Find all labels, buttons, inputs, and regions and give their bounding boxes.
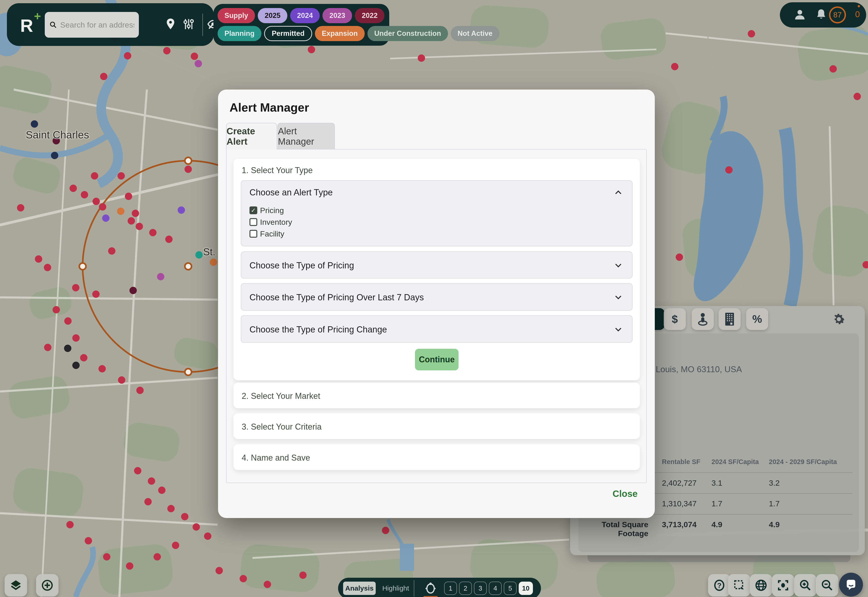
radius-button-1[interactable]: 1 <box>444 582 457 595</box>
facility-dot[interactable] <box>125 193 132 200</box>
radius-button-5[interactable]: 5 <box>504 582 517 595</box>
building-icon[interactable] <box>718 308 741 330</box>
facility-dot[interactable] <box>44 344 52 351</box>
facility-dot[interactable] <box>51 152 58 159</box>
facility-dot[interactable] <box>195 60 202 67</box>
facility-dot[interactable] <box>127 217 135 224</box>
facility-dot[interactable] <box>53 306 60 313</box>
facility-dot[interactable] <box>163 47 170 54</box>
facility-dot[interactable] <box>98 365 106 373</box>
filter-pill-under-construction[interactable]: Under Construction <box>367 26 448 41</box>
facility-dot[interactable] <box>100 73 107 80</box>
zoom-out-button[interactable] <box>816 574 838 597</box>
alert-type-option-facility[interactable]: Facility <box>249 229 292 239</box>
alert-type-option-pricing[interactable]: ✓Pricing <box>249 205 292 215</box>
recenter-button[interactable] <box>772 574 794 597</box>
radius-button-4[interactable]: 4 <box>489 582 502 595</box>
dropdown-pricing-change[interactable]: Choose the Type of Pricing Change <box>241 315 632 343</box>
continue-button[interactable]: Continue <box>415 349 459 370</box>
facility-dot[interactable] <box>178 206 185 214</box>
highlight-button[interactable]: Highlight <box>381 582 410 595</box>
notification-count[interactable]: 0 <box>855 10 860 19</box>
facility-dot[interactable] <box>185 166 192 173</box>
facility-dot[interactable] <box>308 46 315 53</box>
facility-dot[interactable] <box>149 229 157 236</box>
search-box[interactable] <box>45 12 139 38</box>
facility-dot[interactable] <box>193 523 200 531</box>
app-logo[interactable]: R <box>20 15 33 36</box>
ring-handle[interactable] <box>184 157 192 165</box>
facility-dot[interactable] <box>676 254 683 261</box>
ring-handle[interactable] <box>184 262 192 270</box>
facility-dot[interactable] <box>853 93 861 100</box>
tab-alert-manager[interactable]: Alert Manager <box>277 123 335 150</box>
add-button[interactable] <box>36 574 59 597</box>
facility-dot[interactable] <box>725 166 733 174</box>
section-3-card[interactable]: 3. Select Your Criteria <box>233 413 640 439</box>
facility-dot[interactable] <box>92 198 100 205</box>
facility-dot[interactable] <box>64 317 72 325</box>
chevron-up-icon[interactable] <box>614 188 623 198</box>
checkbox-pricing[interactable]: ✓ <box>249 206 257 214</box>
facility-dot[interactable] <box>216 567 223 574</box>
dropdown-pricing-7days[interactable]: Choose the Type of Pricing Over Last 7 D… <box>241 283 632 311</box>
chevron-down-icon[interactable] <box>614 325 623 335</box>
facility-dot[interactable] <box>124 52 131 59</box>
facility-dot[interactable] <box>191 53 198 60</box>
facility-dot[interactable] <box>382 527 389 534</box>
facility-dot[interactable] <box>181 513 188 520</box>
filter-pill-2025[interactable]: 2025 <box>258 8 287 23</box>
facility-dot[interactable] <box>671 63 678 70</box>
facility-dot[interactable] <box>129 287 137 294</box>
select-area-button[interactable] <box>728 574 751 597</box>
facility-dot[interactable] <box>157 273 164 281</box>
facility-dot[interactable] <box>240 575 247 582</box>
tab-create-alert[interactable]: Create Alert <box>226 123 277 150</box>
facility-dot[interactable] <box>44 264 51 271</box>
ring-handle[interactable] <box>184 368 192 376</box>
filter-pill-not-active[interactable]: Not Active <box>451 26 499 41</box>
facility-dot[interactable] <box>118 376 125 384</box>
dropdown-pricing-type[interactable]: Choose the Type of Pricing <box>241 251 632 279</box>
facility-dot[interactable] <box>91 172 98 180</box>
alert-type-option-inventory[interactable]: Inventory <box>249 217 292 227</box>
facility-dot[interactable] <box>81 191 88 198</box>
chat-button[interactable] <box>839 573 863 597</box>
filter-pill-2022[interactable]: 2022 <box>355 8 384 23</box>
location-pin-icon[interactable] <box>166 18 175 31</box>
radius-tool-icon[interactable] <box>424 581 438 597</box>
credits-ring[interactable]: 87 <box>829 6 846 24</box>
facility-dot[interactable] <box>862 261 868 269</box>
facility-dot[interactable] <box>167 505 175 512</box>
facility-dot[interactable] <box>132 209 139 217</box>
filter-pill-expansion[interactable]: Expansion <box>315 26 365 41</box>
radius-button-2[interactable]: 2 <box>459 582 472 595</box>
facility-dot[interactable] <box>210 258 217 266</box>
facility-dot[interactable] <box>134 467 141 474</box>
filter-pill-2024[interactable]: 2024 <box>290 8 320 23</box>
chevron-down-icon[interactable] <box>614 261 623 271</box>
facility-dot[interactable] <box>748 30 755 37</box>
facility-dot[interactable] <box>165 236 173 243</box>
user-icon[interactable] <box>793 8 806 22</box>
facility-dot[interactable] <box>70 185 77 192</box>
facility-dot[interactable] <box>103 553 110 560</box>
checkbox-inventory[interactable] <box>249 218 257 226</box>
person-pin-icon[interactable] <box>692 308 714 330</box>
facility-dot[interactable] <box>204 533 211 540</box>
search-input[interactable] <box>60 21 134 30</box>
alert-type-panel[interactable]: Choose an Alert Type ✓PricingInventoryFa… <box>241 180 632 247</box>
facility-dot[interactable] <box>418 54 425 62</box>
close-button[interactable]: Close <box>613 489 638 499</box>
facility-dot[interactable] <box>829 65 837 73</box>
facility-dot[interactable] <box>108 247 116 255</box>
facility-dot[interactable] <box>117 172 125 180</box>
facility-dot[interactable] <box>172 542 179 549</box>
facility-dot[interactable] <box>17 204 24 211</box>
facility-dot[interactable] <box>92 291 99 298</box>
filter-pill-planning[interactable]: Planning <box>218 26 261 41</box>
facility-dot[interactable] <box>85 537 92 544</box>
facility-dot[interactable] <box>136 223 143 230</box>
radius-button-3[interactable]: 3 <box>474 582 487 595</box>
globe-button[interactable] <box>750 574 772 597</box>
